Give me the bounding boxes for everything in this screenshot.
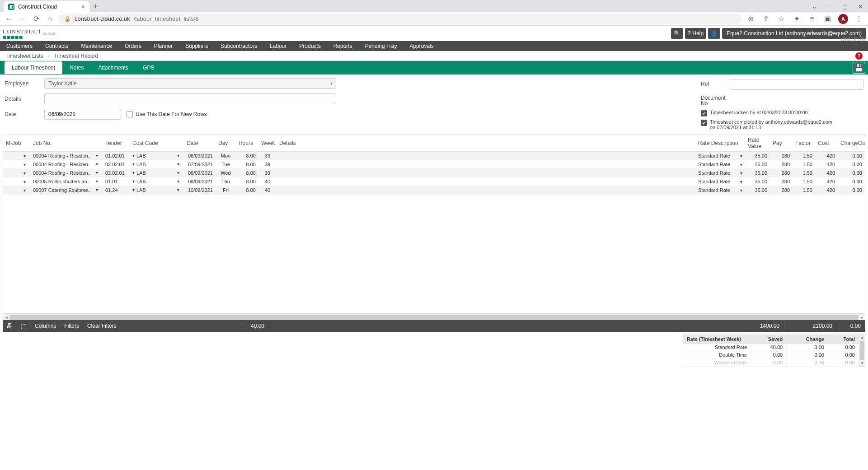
- header-search-button[interactable]: 🔍: [671, 28, 683, 39]
- logo-dots-icon: [3, 36, 23, 39]
- header-help-button[interactable]: ?Help: [685, 28, 706, 39]
- table-row[interactable]: ▾00005 Roller shutters an.. ▾01.01▾ LAB …: [3, 177, 865, 186]
- bookmark-icon[interactable]: ☆: [777, 14, 786, 23]
- sum-col-saved: Saved: [751, 335, 787, 344]
- col-jobno[interactable]: Job No.: [30, 135, 103, 152]
- save-icon: 💾: [854, 64, 863, 72]
- reading-list-icon[interactable]: ≡: [807, 15, 816, 23]
- col-details[interactable]: Details: [277, 135, 695, 152]
- scroll-right-icon[interactable]: ▸: [859, 314, 865, 321]
- reload-icon[interactable]: ⟳: [32, 14, 41, 23]
- browser-toolbar: ← → ⟳ ⌂ 🔒 construct-cloud.co.uk/labour_t…: [0, 12, 868, 26]
- col-ratedesc[interactable]: Rate Description: [695, 135, 745, 152]
- back-icon[interactable]: ←: [5, 15, 14, 23]
- nav-contracts[interactable]: Contracts: [39, 41, 75, 51]
- breadcrumb-timesheet-lists[interactable]: Timesheet Lists: [5, 53, 43, 59]
- col-date[interactable]: Date: [184, 135, 216, 152]
- window-dropdown-icon[interactable]: ⌄: [807, 0, 822, 12]
- summary-row: Weekend Rate0.000.000.00: [683, 359, 859, 367]
- scroll-thumb[interactable]: [9, 315, 859, 320]
- nav-subcontractors[interactable]: Subcontractors: [214, 41, 263, 51]
- col-pay[interactable]: Pay: [770, 135, 793, 152]
- employee-select[interactable]: Taylor Katie ▾: [44, 78, 336, 89]
- col-cost[interactable]: Cost: [815, 135, 838, 152]
- table-row[interactable]: ▾00004 Roofing - Residen.. ▾02.02.01▾ LA…: [3, 160, 865, 169]
- col-costcode[interactable]: Cost Code: [130, 135, 184, 152]
- page-help-icon[interactable]: ?: [855, 52, 863, 60]
- excel-export-icon[interactable]: ⬚: [21, 322, 27, 330]
- url-bar[interactable]: 🔒 construct-cloud.co.uk/labour_timesheet…: [59, 14, 741, 24]
- grid-horizontal-scrollbar[interactable]: ◂ ▸: [3, 314, 865, 320]
- search-icon: 🔍: [674, 30, 680, 37]
- tab-overview-icon[interactable]: ▣: [823, 14, 832, 23]
- share-icon[interactable]: ⇪: [761, 14, 770, 23]
- col-factor[interactable]: Factor: [793, 135, 815, 152]
- col-mjob[interactable]: M-Job: [3, 135, 30, 152]
- date-label: Date: [5, 111, 44, 117]
- summary-scroll-thumb[interactable]: [860, 341, 864, 360]
- window-maximize-icon[interactable]: ▢: [837, 0, 853, 12]
- nav-labour[interactable]: Labour: [263, 41, 293, 51]
- completed-checkbox[interactable]: ✔: [701, 120, 707, 126]
- nav-customers[interactable]: Customers: [0, 41, 39, 51]
- columns-button[interactable]: Columns: [35, 323, 56, 329]
- col-tender[interactable]: Tender: [103, 135, 130, 152]
- version-text: v2023.01.05: [840, 37, 865, 42]
- nav-products[interactable]: Products: [293, 41, 327, 51]
- extension-icon[interactable]: ✦: [792, 14, 801, 23]
- nav-approvals[interactable]: Approvals: [403, 41, 440, 51]
- window-close-icon[interactable]: ✕: [853, 0, 868, 12]
- tab-labour-timesheet[interactable]: Labour Timesheet: [5, 61, 62, 74]
- save-button[interactable]: 💾: [853, 62, 865, 74]
- col-week[interactable]: Week: [258, 135, 277, 152]
- col-rateval[interactable]: Rate Value: [745, 135, 770, 152]
- forward-icon[interactable]: →: [18, 15, 27, 23]
- header-user-icon-button[interactable]: 👤: [708, 28, 720, 39]
- kebab-icon[interactable]: ⋮: [854, 14, 863, 23]
- scroll-down-icon[interactable]: ▾: [859, 361, 865, 366]
- window-minimize-icon[interactable]: —: [822, 0, 837, 12]
- ref-input[interactable]: [730, 79, 863, 90]
- date-input[interactable]: [44, 109, 121, 120]
- nav-reports[interactable]: Reports: [327, 41, 359, 51]
- table-row[interactable]: ▾00004 Roofing - Residen.. ▾01.02.01▾ LA…: [3, 152, 865, 160]
- nav-maintenance[interactable]: Maintenance: [75, 41, 118, 51]
- breadcrumb-timesheet-record[interactable]: Timesheet Record: [54, 53, 99, 59]
- table-row[interactable]: ▾00007 Catering Equipme.. ▾01.24▾ LAB ▾1…: [3, 186, 865, 195]
- footer-total-cost: 2100.00: [784, 320, 837, 332]
- scroll-up-icon[interactable]: ▴: [859, 335, 865, 340]
- filters-button[interactable]: Filters: [64, 323, 79, 329]
- tab-attachments[interactable]: Attachments: [91, 61, 136, 74]
- tab-notes[interactable]: Notes: [62, 61, 91, 74]
- summary-scrollbar[interactable]: ▴ ▾: [859, 335, 865, 367]
- table-row[interactable]: ▾00004 Roofing - Residen.. ▾02.02.01▾ LA…: [3, 169, 865, 177]
- zoom-icon[interactable]: ⊕: [746, 14, 755, 23]
- browser-tab[interactable]: ◧ Construct Cloud ×: [4, 1, 89, 12]
- clear-filters-button[interactable]: Clear Filters: [87, 323, 117, 329]
- timesheet-grid: M-Job Job No. Tender Cost Code Date Day …: [3, 135, 865, 314]
- tab-close-icon[interactable]: ×: [81, 3, 85, 10]
- home-icon[interactable]: ⌂: [45, 15, 54, 23]
- logo-subtext: CLOUD: [42, 32, 56, 35]
- nav-pending-tray[interactable]: Pending Tray: [359, 41, 404, 51]
- page-tab-strip: Labour Timesheet Notes Attachments GPS 💾: [0, 61, 868, 74]
- nav-suppliers[interactable]: Suppliers: [179, 41, 214, 51]
- details-input[interactable]: [44, 93, 336, 104]
- col-hours[interactable]: Hours: [236, 135, 258, 152]
- locked-checkbox[interactable]: ✔: [701, 110, 707, 116]
- main-nav: Customers Contracts Maintenance Orders P…: [0, 41, 868, 51]
- grid-footer-bar: 🖶 ⬚ Columns Filters Clear Filters 40.00 …: [3, 320, 865, 332]
- new-tab-button[interactable]: +: [89, 0, 101, 12]
- user-strip-text: Eque2 Construction Ltd (anthony.edwards@…: [727, 30, 862, 37]
- nav-planner[interactable]: Planner: [148, 41, 179, 51]
- print-icon[interactable]: 🖶: [6, 322, 13, 330]
- scroll-left-icon[interactable]: ◂: [3, 314, 9, 321]
- sum-col-total: Total: [828, 335, 859, 344]
- col-chargeout[interactable]: ChargeOut: [838, 135, 865, 152]
- tab-gps[interactable]: GPS: [136, 61, 161, 74]
- employee-label: Employee: [5, 80, 44, 87]
- col-day[interactable]: Day: [216, 135, 236, 152]
- nav-orders[interactable]: Orders: [118, 41, 148, 51]
- profile-avatar[interactable]: A: [838, 14, 848, 24]
- use-date-checkbox[interactable]: [127, 111, 133, 117]
